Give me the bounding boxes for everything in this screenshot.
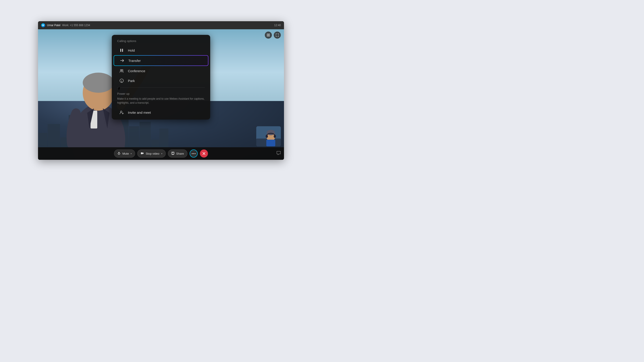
app-window: W Umar Patel Work: +1 555 888 1234 12:40 <box>38 21 284 160</box>
svg-point-28 <box>274 135 276 138</box>
svg-rect-9 <box>267 34 268 35</box>
invite-meet-menu-item[interactable]: Invite and meet <box>114 107 208 117</box>
svg-point-34 <box>193 153 194 154</box>
conference-menu-item[interactable]: Conference <box>114 66 208 76</box>
fullscreen-button[interactable] <box>274 31 281 39</box>
share-icon <box>171 152 174 156</box>
mute-label: Mute <box>122 152 129 155</box>
caller-number: Work: +1 555 888 1234 <box>62 24 90 27</box>
transfer-icon <box>120 58 125 63</box>
svg-point-35 <box>194 153 196 154</box>
svg-point-19 <box>120 111 122 113</box>
svg-rect-12 <box>268 35 270 36</box>
divider <box>117 87 205 88</box>
clock: 12:40 <box>274 24 281 27</box>
svg-point-33 <box>192 153 192 154</box>
hold-menu-item[interactable]: Hold <box>114 45 208 55</box>
power-up-description: Make it a meeting to add people and to u… <box>117 97 205 105</box>
stop-video-label: Stop video <box>146 152 159 155</box>
park-icon <box>119 78 124 83</box>
transfer-menu-item[interactable]: Transfer <box>114 55 208 66</box>
fit-screen-button[interactable] <box>265 31 272 39</box>
svg-point-16 <box>122 69 123 71</box>
transfer-label: Transfer <box>128 59 141 62</box>
stop-video-button[interactable]: Stop video ▾ <box>137 149 166 158</box>
svg-rect-31 <box>141 152 143 154</box>
end-call-button[interactable] <box>200 149 208 158</box>
power-up-section: Power up Make it a meeting to add people… <box>112 89 210 107</box>
mute-button[interactable]: Mute ▾ <box>114 149 135 158</box>
hold-icon <box>119 48 124 52</box>
hold-label: Hold <box>128 48 135 52</box>
chat-button[interactable] <box>276 151 281 156</box>
conference-icon <box>119 69 124 73</box>
share-button[interactable]: Share <box>168 149 188 158</box>
caller-name: Umar Patel <box>47 24 60 27</box>
svg-rect-10 <box>268 34 270 35</box>
panel-title: Calling options <box>112 39 210 45</box>
invite-meet-label: Invite and meet <box>128 111 151 114</box>
park-label: Park <box>128 79 135 83</box>
share-label: Share <box>176 152 184 155</box>
calling-options-panel: Calling options Hold Transfe <box>112 35 210 120</box>
top-right-icons <box>265 31 281 39</box>
video-icon <box>141 152 144 156</box>
title-bar: W Umar Patel Work: +1 555 888 1234 12:40 <box>38 21 284 29</box>
self-video-thumbnail <box>256 126 281 146</box>
bottom-controls-bar: Mute ▾ Stop video ▾ <box>38 147 284 160</box>
power-up-title: Power up <box>117 92 205 95</box>
video-area: Calling options Hold Transfe <box>38 29 284 160</box>
thumbnail-person <box>256 126 281 146</box>
svg-point-2 <box>83 73 114 93</box>
stop-video-chevron-icon: ▾ <box>161 152 162 155</box>
svg-point-15 <box>120 69 122 71</box>
title-bar-left: W Umar Patel Work: +1 555 888 1234 <box>41 23 90 27</box>
invite-icon <box>119 110 124 115</box>
svg-rect-14 <box>122 49 123 52</box>
conference-label: Conference <box>128 69 145 73</box>
webex-logo: W <box>41 23 45 27</box>
park-menu-item[interactable]: Park <box>114 76 208 86</box>
svg-rect-11 <box>267 35 268 36</box>
mute-chevron-icon: ▾ <box>130 152 132 155</box>
svg-rect-29 <box>118 152 120 153</box>
svg-point-27 <box>266 135 268 138</box>
svg-rect-26 <box>266 140 275 146</box>
svg-rect-13 <box>120 49 121 52</box>
microphone-icon <box>118 152 120 156</box>
more-options-button[interactable] <box>190 149 198 158</box>
